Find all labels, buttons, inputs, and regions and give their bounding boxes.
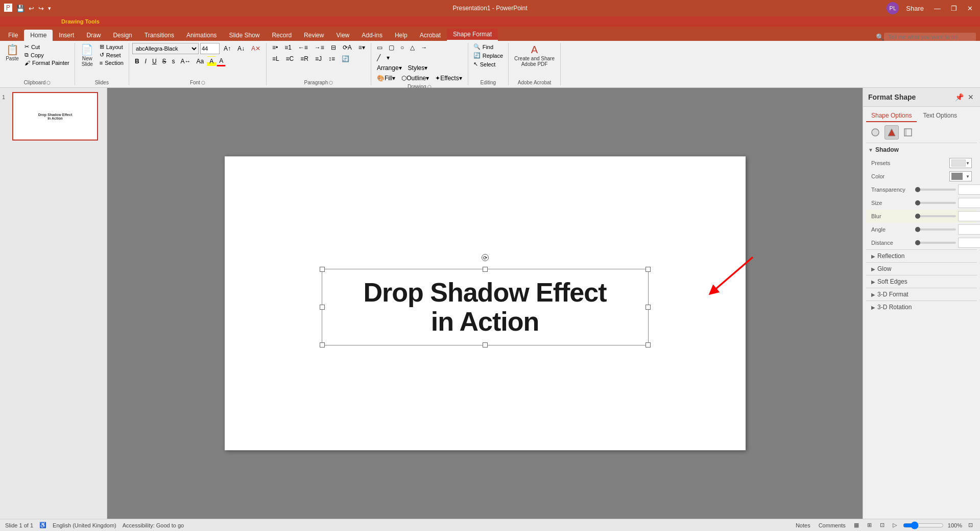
handle-top-middle[interactable] <box>483 267 488 272</box>
user-avatar[interactable]: PL <box>887 2 899 14</box>
blur-slider[interactable] <box>915 215 956 217</box>
tab-help[interactable]: Help <box>389 30 414 41</box>
arrange-button[interactable]: Arrange▾ <box>374 63 404 73</box>
align-center-button[interactable]: ≡C <box>283 54 297 63</box>
handle-top-left[interactable] <box>320 267 325 272</box>
convert-smartart-button[interactable]: 🔄 <box>339 54 352 63</box>
panel-close-button[interactable]: ✕ <box>967 92 975 102</box>
restore-button[interactable]: ❐ <box>948 4 960 13</box>
rect-shape-button[interactable]: ▭ <box>374 43 385 52</box>
distance-slider[interactable] <box>915 242 956 244</box>
rotate-handle[interactable]: ⟳ <box>482 254 489 261</box>
color-dropdown[interactable]: ▼ <box>949 171 972 181</box>
tab-animations[interactable]: Animations <box>180 30 223 41</box>
arrow-button[interactable]: → <box>418 43 429 52</box>
columns-button[interactable]: ⊟ <box>328 43 339 52</box>
replace-button[interactable]: 🔄 Replace <box>471 52 505 59</box>
more-shapes-button[interactable]: ▾ <box>384 53 392 62</box>
tab-view[interactable]: View <box>330 30 355 41</box>
decrease-indent-button[interactable]: ←≡ <box>296 43 310 52</box>
shape-effects-button[interactable]: ✦Effects▾ <box>433 74 464 83</box>
section-button[interactable]: ≡ Section <box>98 59 126 66</box>
search-input[interactable] <box>884 33 976 41</box>
quick-access-redo[interactable]: ↪ <box>38 5 44 12</box>
tab-draw[interactable]: Draw <box>80 30 107 41</box>
3d-format-header[interactable]: ▶ 3-D Format <box>866 288 977 301</box>
handle-bottom-middle[interactable] <box>483 342 488 348</box>
new-slide-button[interactable]: 📄 NewSlide <box>78 43 97 68</box>
font-size-input[interactable] <box>200 43 220 54</box>
3d-rotation-header[interactable]: ▶ 3-D Rotation <box>866 301 977 313</box>
share-button[interactable]: Share <box>903 4 927 13</box>
increase-font-button[interactable]: A↑ <box>221 44 233 53</box>
slideshow-button[interactable]: ▷ <box>891 521 899 529</box>
cut-button[interactable]: ✂ Cut <box>22 43 71 51</box>
rounded-rect-button[interactable]: ▢ <box>386 43 397 52</box>
tab-review[interactable]: Review <box>298 30 330 41</box>
normal-view-button[interactable]: ▦ <box>852 521 861 529</box>
reading-view-button[interactable]: ⊡ <box>878 521 887 529</box>
change-case-button[interactable]: Aa <box>194 56 207 66</box>
tab-record[interactable]: Record <box>266 30 298 41</box>
shadow-section-header[interactable]: ▼ Shadow <box>866 143 977 156</box>
tab-addins[interactable]: Add-ins <box>355 30 389 41</box>
shape-outline-button[interactable]: ⬡Outline▾ <box>399 74 432 83</box>
zoom-slider[interactable] <box>903 521 944 529</box>
highlight-button[interactable]: A <box>207 56 216 66</box>
strikethrough-button[interactable]: S <box>160 56 169 66</box>
font-dialog-icon[interactable]: ⬡ <box>201 80 205 85</box>
angle-slider[interactable] <box>915 228 956 230</box>
transparency-slider[interactable] <box>915 189 956 191</box>
slide-canvas[interactable]: ⟳ Drop Shadow Effect in Action <box>225 156 746 450</box>
justify-button[interactable]: ≡J <box>313 54 324 63</box>
size-position-icon-button[interactable] <box>901 125 915 140</box>
quick-access-undo[interactable]: ↩ <box>29 5 34 12</box>
layout-button[interactable]: ⊞ Layout <box>98 43 126 51</box>
text-direction-button[interactable]: ⟳A <box>340 43 354 52</box>
minimize-button[interactable]: — <box>931 4 944 13</box>
decrease-font-button[interactable]: A↓ <box>235 44 247 53</box>
align-text-button[interactable]: ≡▾ <box>356 43 368 52</box>
underline-button[interactable]: U <box>150 56 159 66</box>
text-options-tab[interactable]: Text Options <box>918 110 962 122</box>
slide-sorter-button[interactable]: ⊞ <box>865 521 874 529</box>
glow-header[interactable]: ▶ Glow <box>866 263 977 275</box>
bold-button[interactable]: B <box>132 56 142 66</box>
copy-button[interactable]: ⧉ Copy <box>22 51 71 59</box>
canvas-area[interactable]: ⟳ Drop Shadow Effect in Action <box>107 88 863 519</box>
shape-fill-button[interactable]: 🎨Fill▾ <box>374 74 398 83</box>
paste-button[interactable]: 📋 Paste <box>3 43 21 63</box>
reflection-header[interactable]: ▶ Reflection <box>866 250 977 262</box>
bullets-button[interactable]: ≡• <box>270 43 280 52</box>
handle-bottom-left[interactable] <box>320 342 325 348</box>
paragraph-dialog-icon[interactable]: ⬡ <box>329 80 333 85</box>
handle-top-right[interactable] <box>646 267 651 272</box>
handle-middle-left[interactable] <box>320 305 325 310</box>
quick-styles-button[interactable]: Styles▾ <box>405 63 431 73</box>
tab-transitions[interactable]: Transitions <box>138 30 180 41</box>
handle-middle-right[interactable] <box>646 305 651 310</box>
tab-slideshow[interactable]: Slide Show <box>223 30 266 41</box>
quick-access-save[interactable]: 💾 <box>16 5 25 12</box>
size-slider[interactable] <box>915 202 956 204</box>
line-spacing-button[interactable]: ↕≡ <box>326 54 338 63</box>
panel-pin-button[interactable]: 📌 <box>954 92 965 102</box>
close-button[interactable]: ✕ <box>964 4 976 13</box>
font-name-select[interactable]: abcAllegra-Black <box>132 43 199 54</box>
presets-dropdown[interactable]: ▼ <box>949 158 972 168</box>
format-painter-button[interactable]: 🖌 Format Painter <box>22 59 71 66</box>
fill-line-icon-button[interactable] <box>868 125 882 140</box>
italic-button[interactable]: I <box>142 56 149 66</box>
tab-insert[interactable]: Insert <box>53 30 80 41</box>
numbering-button[interactable]: ≡1 <box>282 43 294 52</box>
fit-slide-button[interactable]: ⊡ <box>966 521 975 529</box>
align-right-button[interactable]: ≡R <box>298 54 311 63</box>
increase-indent-button[interactable]: →≡ <box>312 43 327 52</box>
tab-home[interactable]: Home <box>24 30 53 41</box>
handle-bottom-right[interactable] <box>646 342 651 348</box>
notes-button[interactable]: Notes <box>794 522 812 529</box>
align-left-button[interactable]: ≡L <box>270 54 282 63</box>
char-spacing-button[interactable]: A↔ <box>178 56 194 66</box>
tab-acrobat[interactable]: Acrobat <box>414 30 447 41</box>
text-shadow-button[interactable]: s <box>170 56 178 66</box>
